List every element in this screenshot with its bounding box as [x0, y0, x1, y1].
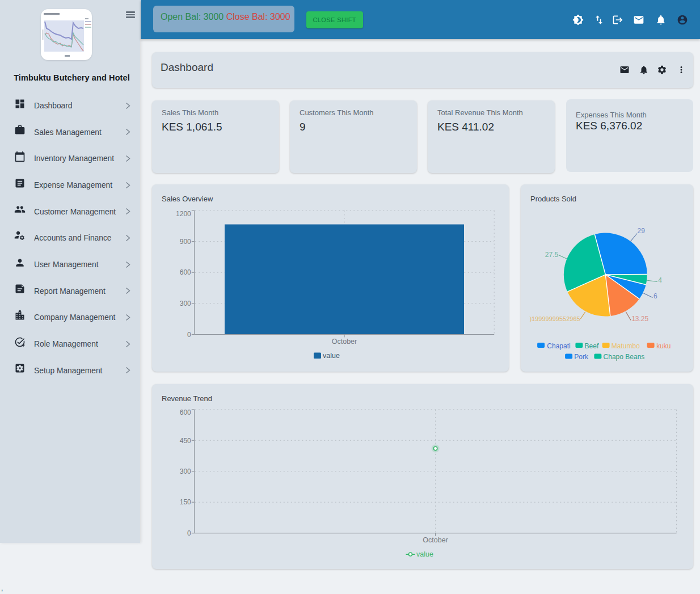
svg-text:0: 0 — [187, 529, 191, 537]
svg-text:150: 150 — [180, 498, 191, 506]
svg-text:600: 600 — [180, 408, 191, 416]
svg-text:300: 300 — [180, 467, 191, 475]
svg-text:27.5: 27.5 — [545, 251, 559, 259]
svg-text:4: 4 — [658, 276, 662, 284]
svg-text:value: value — [416, 550, 433, 558]
svg-text:Chapo Beans: Chapo Beans — [604, 353, 645, 361]
svg-text:Pork: Pork — [574, 353, 589, 361]
svg-text:300: 300 — [180, 300, 191, 307]
svg-text:kuku: kuku — [656, 342, 671, 350]
svg-text:October: October — [332, 338, 357, 346]
svg-text:1200: 1200 — [176, 210, 191, 218]
svg-text:0: 0 — [187, 331, 191, 339]
svg-text:Beef: Beef — [585, 342, 599, 350]
svg-text:October: October — [423, 536, 448, 544]
svg-text:600: 600 — [180, 268, 191, 276]
svg-text:450: 450 — [180, 437, 191, 445]
svg-text:6: 6 — [653, 292, 657, 300]
svg-text:13.25: 13.25 — [631, 315, 648, 323]
svg-text:Matumbo: Matumbo — [612, 342, 640, 350]
svg-text:900: 900 — [180, 238, 191, 246]
svg-text:Chapati: Chapati — [547, 342, 570, 350]
svg-text:29: 29 — [638, 227, 646, 235]
svg-text:)19999999552965: )19999999552965 — [529, 315, 580, 322]
svg-text:value: value — [323, 352, 340, 360]
